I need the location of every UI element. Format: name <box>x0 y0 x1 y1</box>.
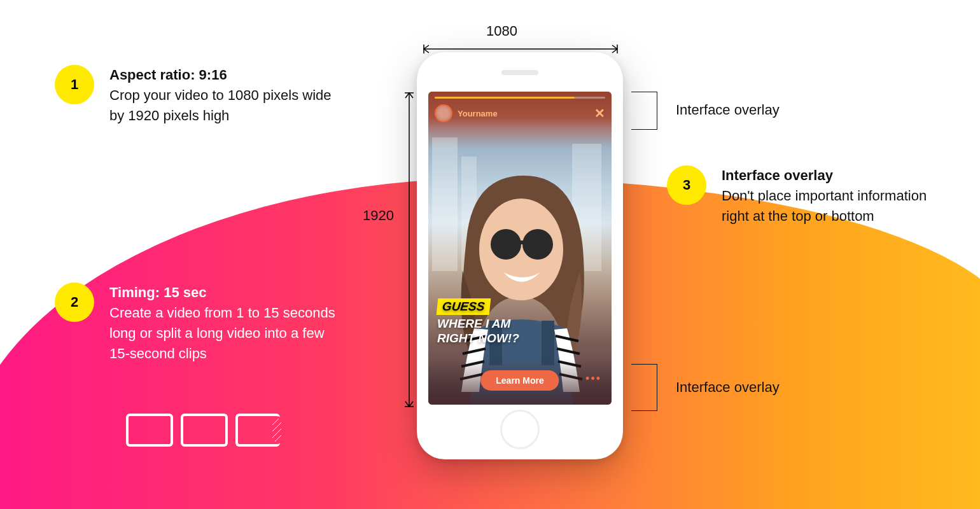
phone-home-button <box>500 410 540 449</box>
bullet-3-text: Interface overlay Don't place important … <box>722 165 951 227</box>
caption-line-2: RIGHT NOW!? <box>437 331 519 345</box>
svg-point-9 <box>479 199 563 300</box>
phone-mockup: Yourname ✕ GUESS WHERE I AM RIGHT NOW!? … <box>417 52 623 459</box>
svg-rect-7 <box>461 157 477 271</box>
phone-speaker <box>501 70 538 75</box>
caption-line-1: WHERE I AM <box>437 317 510 330</box>
svg-line-16 <box>463 349 486 354</box>
bullet-1-body: Crop your video to 1080 pixels wide by 1… <box>109 87 332 123</box>
bullet-1-title: Aspect ratio: 9:16 <box>109 67 227 83</box>
close-icon[interactable]: ✕ <box>594 106 605 121</box>
bullet-3-body: Don't place important information right … <box>722 188 927 224</box>
bullet-2-title: Timing: 15 sec <box>109 284 206 300</box>
svg-line-20 <box>557 349 580 354</box>
top-overlay-bracket <box>631 92 657 130</box>
bullet-2-body: Create a video from 1 to 15 seconds long… <box>109 305 335 361</box>
bottom-overlay-label: Interface overlay <box>676 379 780 396</box>
story-caption: GUESS WHERE I AM RIGHT NOW!? <box>437 298 519 346</box>
svg-line-19 <box>556 336 578 341</box>
avatar <box>435 104 452 122</box>
bullet-2: 2 Timing: 15 sec Create a video from 1 t… <box>55 282 339 364</box>
svg-point-11 <box>522 229 553 260</box>
clip-icons <box>126 414 280 447</box>
bottom-overlay-bracket <box>631 364 657 411</box>
bullet-2-number: 2 <box>55 282 94 322</box>
bullet-3-title: Interface overlay <box>722 167 833 183</box>
svg-point-10 <box>491 229 521 260</box>
story-progress-bar <box>435 97 605 99</box>
caption-highlight: GUESS <box>437 298 491 315</box>
infographic-canvas: 1 Aspect ratio: 9:16 Crop your video to … <box>0 0 980 509</box>
filmstrip-icon <box>126 414 173 447</box>
bullet-2-text: Timing: 15 sec Create a video from 1 to … <box>109 282 339 364</box>
story-username: Yourname <box>458 109 498 118</box>
story-header: Yourname ✕ <box>435 104 605 122</box>
more-dots-icon[interactable]: ••• <box>585 372 601 386</box>
bullet-3-number: 3 <box>667 165 706 205</box>
learn-more-button[interactable]: Learn More <box>480 370 559 391</box>
svg-rect-6 <box>432 137 458 271</box>
bullet-1-number: 1 <box>55 65 94 104</box>
height-dimension-arrow <box>405 89 414 410</box>
bullet-3: 3 Interface overlay Don't place importan… <box>667 165 951 227</box>
width-dimension-label: 1080 <box>486 23 517 39</box>
phone-screen: Yourname ✕ GUESS WHERE I AM RIGHT NOW!? … <box>428 92 612 405</box>
svg-rect-12 <box>519 241 526 244</box>
height-dimension-label: 1920 <box>363 207 394 224</box>
bullet-1: 1 Aspect ratio: 9:16 Crop your video to … <box>55 65 339 126</box>
bullet-1-text: Aspect ratio: 9:16 Crop your video to 10… <box>109 65 339 126</box>
filmstrip-torn-icon <box>235 414 280 447</box>
svg-rect-8 <box>572 144 601 271</box>
filmstrip-icon <box>181 414 228 447</box>
top-overlay-label: Interface overlay <box>676 102 780 118</box>
